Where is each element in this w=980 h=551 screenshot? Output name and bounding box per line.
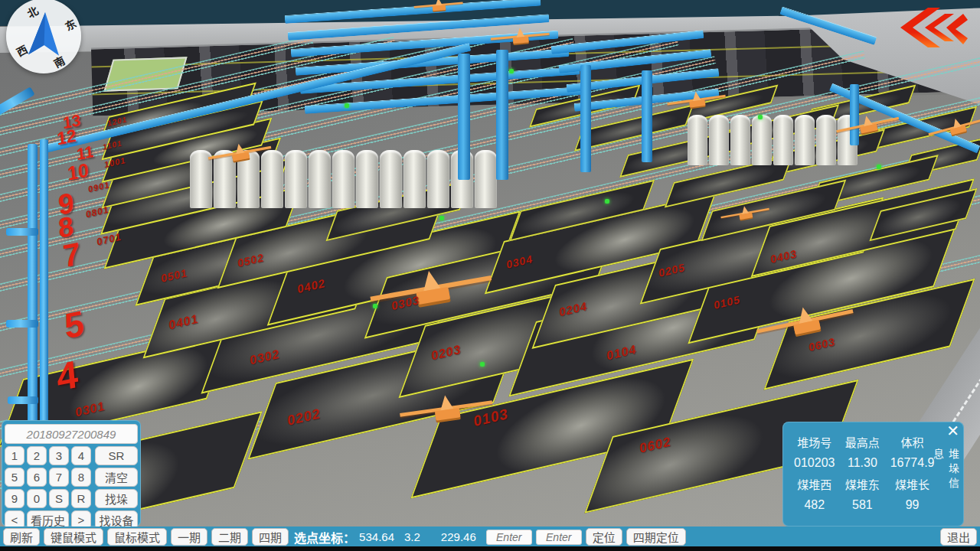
machine-body (513, 37, 529, 44)
storage-silo (309, 150, 331, 208)
machine-mast (439, 394, 454, 410)
status-dot (509, 69, 514, 73)
pipe-rack (28, 144, 38, 431)
key-s[interactable]: S (49, 489, 69, 508)
highest-point-value: 11.30 (841, 453, 885, 473)
pile-id-value: 010203 (789, 453, 841, 473)
phase4-locate-button[interactable]: 四期定位 (626, 528, 686, 546)
pile-info-header: 煤堆东 (841, 473, 885, 495)
key-8[interactable]: 8 (71, 468, 91, 487)
storage-silo (475, 150, 497, 208)
row-number-label: 4 (55, 354, 80, 396)
pile-info-header: 煤堆西 (789, 473, 841, 495)
storage-silo (332, 150, 354, 208)
storage-silo (795, 115, 815, 165)
pile-info-header: 最高点 (841, 431, 885, 453)
pipe-rack (40, 139, 48, 430)
screen-bottom-strip (0, 546, 980, 551)
status-dot (345, 103, 349, 108)
pile-west-value: 482 (789, 495, 841, 515)
pipe-rack (8, 396, 38, 404)
coord-z-value: 229.46 (441, 530, 476, 543)
storage-silo (688, 115, 707, 165)
coord-input-2[interactable] (536, 530, 582, 545)
row-number-label: 10 (67, 160, 89, 183)
find-pile-panel: 1 2 3 4 SR 5 6 7 8 清空 9 0 S R 找垛 < 看历史 >… (2, 420, 141, 527)
key-9[interactable]: 9 (5, 489, 24, 508)
status-dot (605, 199, 609, 204)
pipe-rack (6, 228, 38, 236)
conveyor-tower (458, 54, 470, 180)
key-2[interactable]: 2 (27, 446, 47, 465)
key-4[interactable]: 4 (71, 446, 91, 465)
pile-info-header: 堆场号 (789, 431, 841, 453)
refresh-button[interactable]: 刷新 (3, 528, 40, 546)
key-5[interactable]: 5 (5, 468, 24, 487)
locate-button[interactable]: 定位 (586, 528, 622, 546)
panel-vertical-title: 堆垛信息 (930, 448, 961, 500)
machine-body (739, 213, 753, 220)
digital-twin-coal-yard-app: 1201110110010901080107010501050204010402… (0, 0, 980, 551)
picked-point-coords-label: 选点坐标： (294, 528, 355, 546)
coord-y-value: 3.2 (404, 530, 420, 543)
pile-east-value: 581 (841, 495, 885, 515)
row-number-label: 5 (63, 305, 85, 344)
close-icon[interactable]: ✕ (946, 423, 959, 439)
storage-silo (730, 115, 750, 165)
key-r[interactable]: R (71, 489, 91, 508)
compass-widget[interactable]: 北 东 南 西 (6, 0, 81, 73)
history-timestamp-input[interactable] (5, 424, 138, 444)
coord-input-1[interactable] (486, 530, 532, 545)
status-dot (480, 362, 485, 367)
row-number-label: 7 (61, 238, 81, 272)
storage-silo (427, 150, 449, 208)
mouse-mode-button[interactable]: 鼠标模式 (107, 528, 167, 546)
machine-body (433, 5, 446, 11)
key-sr[interactable]: SR (95, 446, 138, 465)
status-dot (877, 165, 881, 169)
storage-silo (752, 115, 772, 165)
compass-arrow-icon (22, 8, 67, 62)
storage-silo (356, 150, 378, 208)
clear-button[interactable]: 清空 (95, 468, 138, 487)
key-1[interactable]: 1 (5, 446, 24, 465)
status-dot (439, 216, 444, 220)
phase2-button[interactable]: 二期 (211, 528, 248, 546)
find-pile-button[interactable]: 找垛 (95, 489, 138, 508)
pile-info-panel: ✕ 堆场号 最高点 体积 010203 11.30 16774.9 煤堆西 煤堆… (782, 422, 964, 527)
key-7[interactable]: 7 (49, 468, 69, 487)
storage-silo (285, 150, 307, 208)
status-dot (373, 304, 377, 308)
bottom-toolbar: 刷新 键鼠模式 鼠标模式 一期 二期 四期 选点坐标： 534.64 3.2 2… (0, 527, 980, 547)
keyboard-mouse-mode-button[interactable]: 键鼠模式 (44, 528, 103, 546)
exit-button[interactable]: 退出 (940, 528, 977, 546)
storage-silo (380, 150, 402, 208)
storage-silo (773, 115, 793, 165)
pipe-rack (6, 320, 38, 328)
phase4-button[interactable]: 四期 (252, 528, 289, 546)
storage-silo (403, 150, 426, 208)
conveyor-tower (496, 50, 508, 180)
machine-mast (515, 28, 524, 37)
status-dot (758, 115, 763, 119)
key-0[interactable]: 0 (27, 489, 47, 508)
machine-body (689, 99, 705, 108)
company-logo-icon (897, 8, 968, 47)
conveyor-tower (580, 65, 591, 172)
storage-silo (709, 115, 729, 165)
key-6[interactable]: 6 (27, 468, 47, 487)
storage-silo (816, 115, 836, 165)
coord-x-value: 534.64 (359, 530, 394, 543)
row-number-label: 12 (56, 127, 77, 148)
phase1-button[interactable]: 一期 (171, 528, 207, 546)
key-3[interactable]: 3 (49, 446, 69, 465)
conveyor-tower (642, 70, 652, 162)
